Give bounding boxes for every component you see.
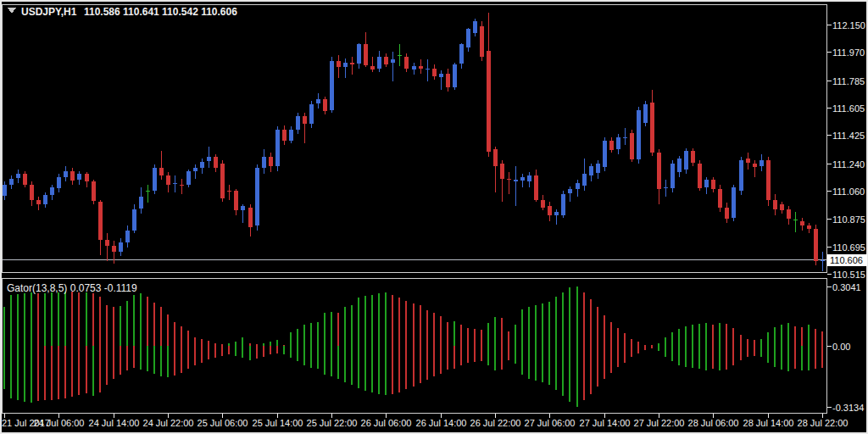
candle-body — [753, 164, 757, 167]
gator-bar-lower — [610, 346, 612, 373]
gator-bar-lower — [167, 346, 169, 377]
candle-body — [493, 149, 498, 166]
gator-bar-lower — [705, 346, 707, 370]
gator-bar-upper — [460, 325, 462, 346]
time-tick-label: 27 Jul 14:00 — [580, 418, 631, 428]
candle-body — [807, 225, 811, 229]
gator-bar-lower — [58, 346, 59, 399]
gator-bar-upper — [317, 322, 319, 346]
gator-bar-lower — [249, 346, 251, 360]
gator-bar-lower — [665, 346, 666, 357]
gator-bar-lower — [290, 346, 292, 358]
gator-bar-lower — [358, 346, 359, 388]
time-tick-label: 26 Jul 14:00 — [416, 418, 467, 428]
gator-bar-lower — [31, 346, 32, 403]
gator-bar-upper — [51, 292, 53, 346]
price-tick-label: 111.970 — [832, 47, 865, 58]
candle-body — [404, 57, 409, 69]
gator-bar-lower — [37, 346, 39, 401]
candle-body — [186, 171, 191, 185]
price-tick-label: 110.515 — [832, 270, 865, 280]
gator-bar-upper — [78, 292, 80, 346]
gator-bar-lower — [256, 346, 258, 359]
candle-body — [643, 104, 648, 123]
gator-bar-lower — [120, 346, 121, 375]
candle-body — [780, 204, 784, 210]
candle-body — [9, 179, 14, 185]
gator-bar-upper — [521, 309, 523, 346]
gator-bar-upper — [385, 292, 387, 346]
gator-bar-lower — [181, 346, 182, 373]
candle-body — [814, 229, 818, 261]
gator-bar-upper — [92, 293, 94, 346]
candle-body — [426, 69, 430, 70]
gator-bar-lower — [17, 346, 19, 400]
candle-body — [146, 191, 150, 192]
candle-body — [637, 110, 641, 159]
gator-bar-lower — [3, 346, 5, 389]
gator-bar-upper — [481, 330, 482, 346]
candle-body — [453, 64, 457, 87]
gator-bar-lower — [604, 346, 605, 379]
gator-bar-lower — [583, 346, 585, 400]
gator-bar-upper — [358, 298, 359, 346]
candle-body — [296, 116, 300, 130]
gator-bar-upper — [808, 325, 810, 346]
gator-bar-upper — [447, 322, 448, 346]
symbol-title: USDJPY,H1 — [21, 6, 77, 18]
candle-body — [282, 130, 287, 141]
gator-bar-lower — [658, 346, 659, 351]
candle-body — [234, 191, 238, 210]
candle-body — [64, 171, 68, 177]
candle-body — [370, 66, 375, 70]
candle-body — [214, 157, 218, 168]
gator-bar-lower — [64, 346, 66, 398]
candle-body — [248, 208, 253, 227]
gator-bar-lower — [133, 346, 135, 368]
gator-bar-upper — [732, 328, 734, 346]
gator-bar-upper — [815, 329, 816, 346]
gator-bar-lower — [712, 346, 714, 369]
gator-bar-upper — [794, 326, 796, 346]
gator-bar-upper — [569, 287, 570, 346]
gator-bar-upper — [528, 307, 530, 346]
gator-bar-upper — [270, 342, 271, 346]
gator-bar-lower — [767, 346, 769, 363]
candle-body — [698, 164, 702, 188]
gator-bar-upper — [535, 305, 537, 346]
gator-bar-upper — [331, 312, 332, 346]
gator-bar-lower — [194, 346, 196, 365]
gator-bar-lower — [644, 346, 646, 350]
candle-body — [419, 66, 423, 69]
gator-bar-lower — [528, 346, 530, 379]
gator-bar-upper — [555, 297, 557, 346]
ohlc-readout: 110.586 110.641 110.542 110.606 — [84, 6, 237, 18]
candle-body — [466, 29, 470, 47]
candle-body — [384, 57, 388, 64]
gator-bar-lower — [555, 346, 557, 390]
gator-bar-upper — [405, 301, 407, 346]
gator-bar-lower — [808, 346, 810, 370]
gator-bar-upper — [542, 303, 543, 346]
gator-bar-upper — [590, 299, 592, 346]
gator-bar-upper — [631, 339, 632, 346]
gator-bar-upper — [71, 292, 73, 346]
gator-bar-upper — [64, 292, 66, 346]
gator-bar-upper — [610, 322, 612, 346]
gator-bar-lower — [420, 346, 421, 383]
candle-body — [262, 157, 266, 168]
gator-bar-upper — [140, 293, 142, 346]
candle-body — [36, 200, 41, 204]
candle-body — [377, 57, 381, 69]
gator-bar-lower — [235, 346, 236, 356]
gator-bar-lower — [467, 346, 469, 363]
gator-bar-lower — [740, 346, 742, 360]
candle-body — [746, 159, 750, 163]
gator-bar-lower — [726, 346, 727, 370]
gator-bar-lower — [562, 346, 564, 396]
candle-body — [77, 174, 81, 180]
indicator-tick-label: 0.3041 — [832, 282, 861, 292]
gator-bar-upper — [597, 307, 598, 346]
gator-bar-upper — [297, 329, 298, 346]
candle-body — [309, 104, 314, 124]
